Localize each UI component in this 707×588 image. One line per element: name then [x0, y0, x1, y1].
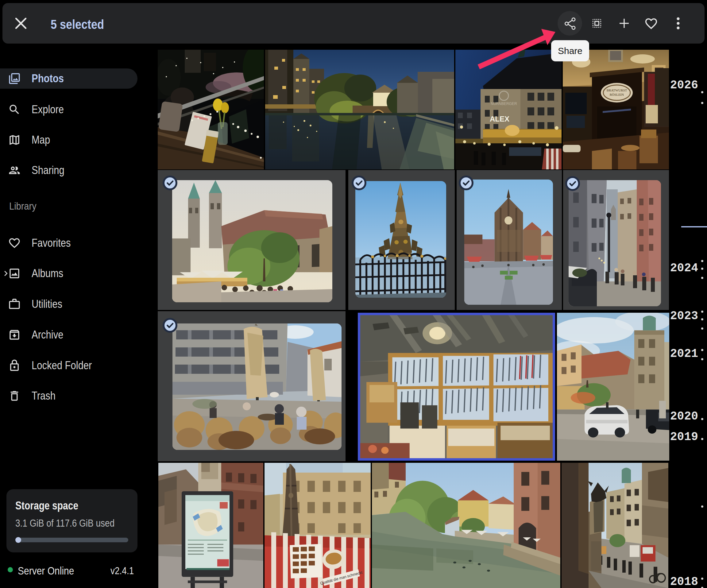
svg-text:ALEX: ALEX	[490, 115, 509, 123]
svg-text:NURNBERGER: NURNBERGER	[491, 102, 517, 106]
svg-text:RÖSLEIN: RÖSLEIN	[610, 93, 624, 96]
svg-text:BRATWURST: BRATWURST	[607, 88, 627, 92]
